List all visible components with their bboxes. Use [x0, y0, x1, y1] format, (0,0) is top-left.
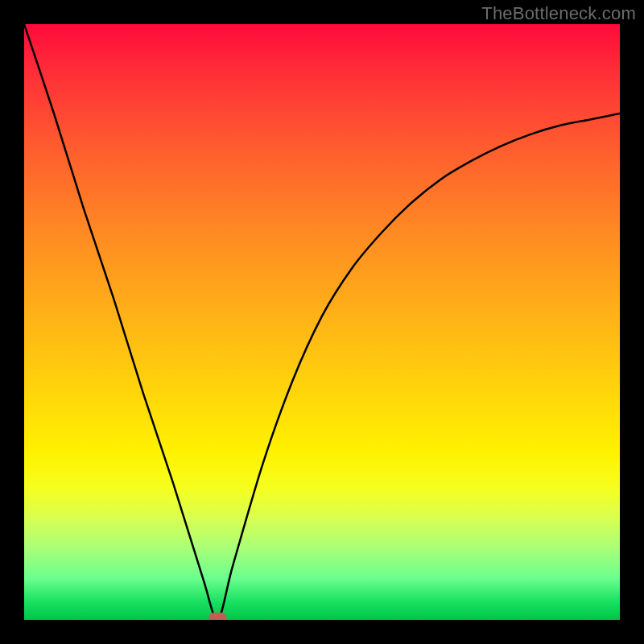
attribution-label: TheBottleneck.com [481, 3, 636, 24]
plot-area [24, 24, 620, 620]
curve-path [24, 24, 620, 620]
minimum-marker [209, 613, 227, 620]
chart-frame: TheBottleneck.com [0, 0, 644, 644]
bottleneck-curve [24, 24, 620, 620]
